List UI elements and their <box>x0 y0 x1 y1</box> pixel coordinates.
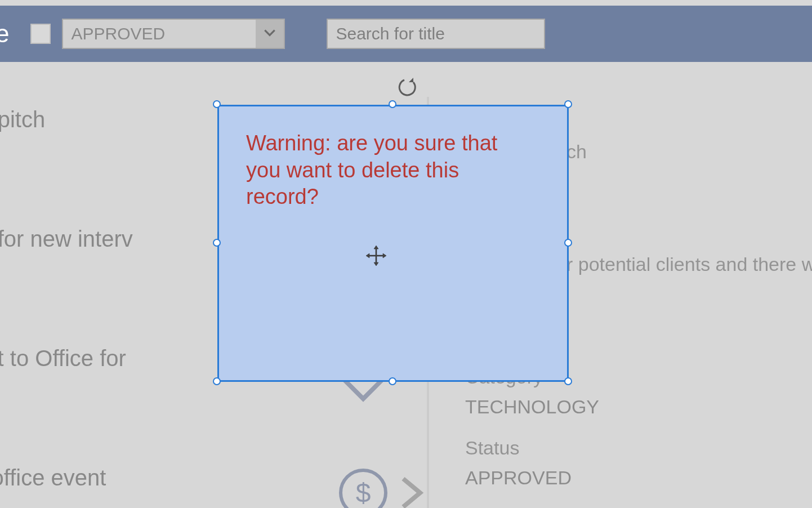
detail-panel: Category TECHNOLOGY Status APPROVED <box>465 366 599 497</box>
status-value: APPROVED <box>465 467 599 489</box>
filter-checkbox[interactable] <box>30 24 51 44</box>
chevron-down-icon <box>262 25 277 42</box>
resize-handle-bottom-left[interactable] <box>213 377 221 385</box>
chevron-right-icon[interactable] <box>398 473 426 508</box>
resize-handle-top-right[interactable] <box>564 100 572 108</box>
warning-dialog-design-element[interactable]: Warning: are you sure that you want to d… <box>217 105 569 382</box>
resize-handle-middle-left[interactable] <box>213 239 221 247</box>
detail-text-fragment: r potential clients and there were 6 of … <box>566 253 812 275</box>
currency-icon[interactable]: $ <box>338 467 389 508</box>
filter-select-value: APPROVED <box>63 24 256 43</box>
rotate-handle-icon[interactable] <box>398 77 418 99</box>
resize-handle-top-middle[interactable] <box>389 100 396 108</box>
resize-handle-bottom-right[interactable] <box>564 377 572 385</box>
window-top-strip <box>0 0 812 6</box>
resize-handle-top-left[interactable] <box>213 100 221 108</box>
warning-text: Warning: are you sure that you want to d… <box>219 106 567 211</box>
resize-handle-middle-right[interactable] <box>564 239 572 247</box>
filter-select[interactable]: APPROVED <box>62 19 285 49</box>
svg-text:$: $ <box>356 478 371 508</box>
page-title-fragment: se <box>0 20 9 48</box>
move-cursor-icon <box>365 244 387 269</box>
search-placeholder: Search for title <box>336 24 444 43</box>
search-input[interactable]: Search for title <box>327 19 545 49</box>
detail-text-fragment: ch <box>566 141 587 163</box>
app-header: se APPROVED Search for title <box>0 6 812 62</box>
resize-handle-bottom-middle[interactable] <box>389 377 396 385</box>
category-value: TECHNOLOGY <box>465 396 599 418</box>
filter-select-dropdown-button[interactable] <box>256 20 284 48</box>
status-label: Status <box>465 437 599 459</box>
